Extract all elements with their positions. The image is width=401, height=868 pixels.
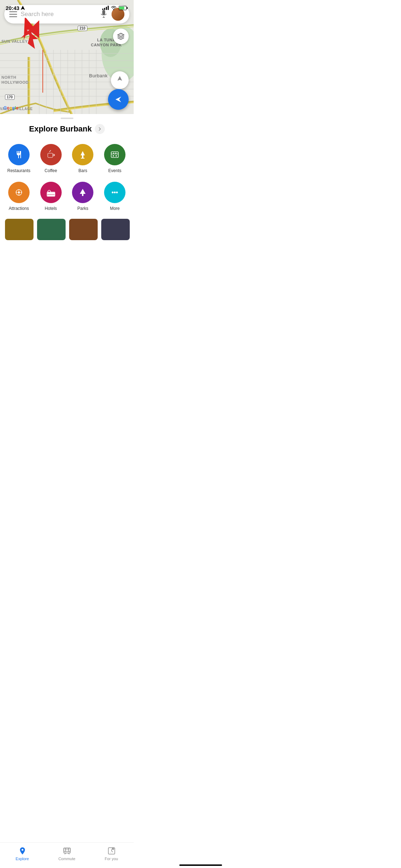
category-bars[interactable]: Bars [67, 140, 99, 178]
more-label: More [110, 206, 119, 211]
route-170-shield: 170 [5, 94, 15, 100]
battery-icon [119, 6, 128, 10]
events-label: Events [108, 168, 122, 173]
svg-rect-30 [48, 153, 53, 157]
coffee-icon-circle [40, 144, 62, 165]
explore-title-text: Explore Burbank [29, 124, 92, 134]
svg-rect-48 [82, 194, 83, 196]
signal-icon [102, 6, 109, 10]
events-icon-circle [104, 144, 125, 165]
more-icon-circle [104, 182, 125, 203]
categories-grid: Restaurants Coffee Bars [0, 140, 134, 216]
cards-row[interactable] [0, 216, 134, 240]
category-attractions[interactable]: Attractions [3, 178, 35, 216]
restaurants-icon-circle [8, 144, 30, 165]
my-location-button[interactable] [111, 71, 129, 89]
status-time: 20:43 [6, 5, 25, 11]
category-more[interactable]: More [99, 178, 131, 216]
coffee-label: Coffee [45, 168, 57, 173]
location-arrow-icon [21, 6, 25, 10]
category-restaurants[interactable]: Restaurants [3, 140, 35, 178]
svg-point-50 [114, 192, 116, 193]
map-area[interactable]: SUNLAND-TUJUNGA SUN VALLEY La TunaCanyon… [0, 0, 134, 114]
route-210-shield: 210 [78, 26, 87, 31]
attractions-label: Attractions [9, 206, 29, 211]
card-item[interactable] [101, 219, 130, 240]
card-item[interactable] [5, 219, 34, 240]
start-navigation-button[interactable] [108, 89, 129, 110]
svg-rect-34 [111, 152, 118, 157]
bars-label: Bars [78, 168, 87, 173]
explore-title: Explore Burbank [0, 124, 134, 134]
svg-rect-3 [119, 6, 124, 9]
map-layers-button[interactable] [113, 29, 129, 44]
svg-marker-31 [81, 151, 85, 155]
category-hotels[interactable]: Hotels [35, 178, 67, 216]
category-parks[interactable]: Parks [67, 178, 99, 216]
svg-rect-32 [82, 155, 83, 158]
attractions-icon-circle [8, 182, 30, 203]
restaurants-label: Restaurants [7, 168, 31, 173]
status-bar: 20:43 [0, 0, 134, 16]
card-item[interactable] [69, 219, 98, 240]
wifi-icon [111, 6, 117, 10]
svg-rect-36 [115, 153, 116, 154]
category-coffee[interactable]: Coffee [35, 140, 67, 178]
google-logo: Google [4, 105, 18, 110]
parks-icon-circle [72, 182, 93, 203]
status-icons [102, 6, 128, 10]
card-item[interactable] [37, 219, 66, 240]
svg-rect-37 [113, 155, 114, 156]
svg-marker-0 [21, 6, 25, 10]
time-display: 20:43 [6, 5, 19, 11]
svg-point-51 [116, 192, 118, 193]
svg-marker-27 [14, 18, 41, 46]
category-events[interactable]: Events [99, 140, 131, 178]
hotels-icon-circle [40, 182, 62, 203]
red-arrow-indicator [14, 18, 43, 46]
svg-point-49 [112, 192, 114, 193]
bottom-sheet: Explore Burbank Restaurants [0, 118, 134, 269]
explore-more-button[interactable] [95, 124, 105, 134]
svg-rect-46 [52, 192, 54, 194]
svg-rect-29 [20, 151, 21, 158]
svg-marker-47 [80, 189, 86, 194]
svg-point-40 [18, 191, 20, 193]
svg-rect-45 [48, 192, 50, 194]
sheet-handle [61, 118, 73, 119]
bars-icon-circle [72, 144, 93, 165]
parks-label: Parks [77, 206, 88, 211]
hotels-label: Hotels [45, 206, 57, 211]
svg-rect-2 [127, 7, 128, 9]
svg-rect-38 [115, 155, 117, 156]
svg-rect-35 [113, 153, 114, 154]
